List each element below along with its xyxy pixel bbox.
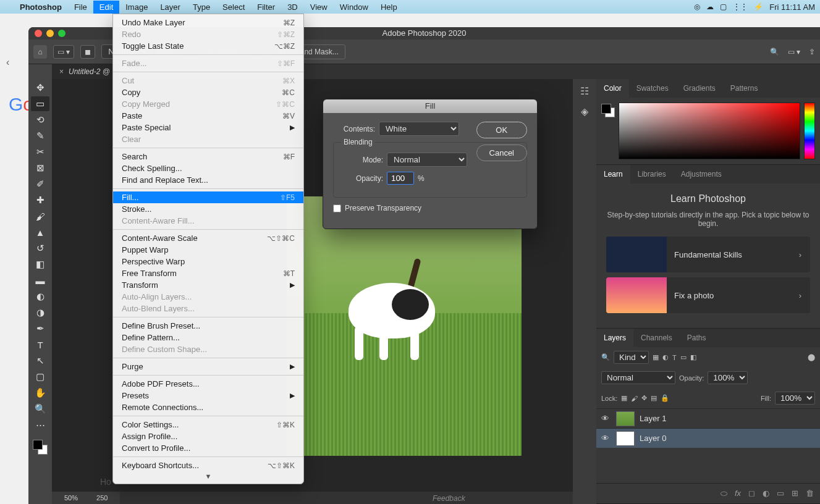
visibility-icon[interactable]: 👁 (601, 434, 611, 443)
learn-card-2[interactable]: Fix a photo › (606, 277, 810, 313)
filter-shape-icon[interactable]: ▭ (680, 353, 687, 361)
layer-opacity[interactable]: 100% (708, 371, 748, 384)
healing-tool[interactable]: ✚ (31, 193, 49, 208)
layer-blend-select[interactable]: Normal (601, 371, 675, 384)
menu-item[interactable]: Toggle Last State⌥⌘Z (113, 40, 303, 52)
lock-move-icon[interactable]: ✥ (641, 394, 647, 402)
menu-item[interactable]: Puppet Warp (113, 244, 303, 256)
mask-icon[interactable]: ◻ (748, 489, 755, 498)
trash-icon[interactable]: 🗑 (806, 489, 814, 498)
clock[interactable]: Fri 11:11 AM (769, 2, 815, 12)
tab-gradients[interactable]: Gradients (676, 79, 723, 98)
tab-learn[interactable]: Learn (596, 165, 630, 183)
menu-item[interactable]: Find and Replace Text... (113, 174, 303, 186)
menu-item[interactable]: Free Transform⌘T (113, 267, 303, 279)
mode-select[interactable]: Normal (387, 153, 467, 167)
adjustment-icon[interactable]: ◐ (763, 489, 769, 498)
tab-patterns[interactable]: Patterns (723, 79, 766, 98)
fx-icon[interactable]: fx (735, 489, 741, 498)
layer-kind-filter[interactable]: Kind (614, 351, 649, 364)
tab-color[interactable]: Color (596, 79, 629, 98)
zoom-level[interactable]: 50% (64, 494, 78, 502)
app-menu[interactable]: Photoshop (14, 1, 68, 14)
tab-adjustments[interactable]: Adjustments (674, 165, 729, 183)
menu-view[interactable]: View (304, 1, 334, 14)
type-tool[interactable]: T (31, 337, 49, 352)
brush-tool[interactable]: 🖌 (31, 209, 49, 224)
menu-item[interactable]: Check Spelling... (113, 162, 303, 174)
contents-select[interactable]: White (379, 122, 459, 136)
lock-paint-icon[interactable]: 🖌 (631, 395, 638, 402)
move-tool[interactable]: ✥ (31, 80, 49, 95)
lasso-tool[interactable]: ⟲ (31, 112, 49, 127)
tab-layers[interactable]: Layers (596, 329, 633, 347)
menu-item[interactable]: Content-Aware Scale⌥⇧⌘C (113, 232, 303, 244)
share-icon[interactable]: ⇪ (809, 48, 815, 56)
menu-item[interactable]: Convert to Profile... (113, 442, 303, 454)
filter-adjust-icon[interactable]: ◐ (662, 353, 669, 361)
menu-item[interactable]: Assign Profile... (113, 430, 303, 442)
menu-layer[interactable]: Layer (154, 1, 187, 14)
preserve-transparency-checkbox[interactable] (333, 204, 341, 212)
menu-file[interactable]: File (68, 1, 93, 14)
zoom-tool[interactable]: 🔍 (31, 401, 49, 416)
tab-paths[interactable]: Paths (680, 329, 714, 347)
menu-image[interactable]: Image (119, 1, 154, 14)
more-tools[interactable]: ⋯ (31, 418, 49, 432)
group-icon[interactable]: ▭ (777, 489, 784, 498)
tab-libraries[interactable]: Libraries (630, 165, 674, 183)
menu-edit[interactable]: Edit (93, 1, 119, 14)
menu-item[interactable]: Purge▶ (113, 361, 303, 372)
menu-item[interactable]: Adobe PDF Presets... (113, 378, 303, 390)
eraser-tool[interactable]: ◧ (31, 257, 49, 272)
layer-fill[interactable]: 100% (775, 392, 815, 405)
menu-type[interactable]: Type (187, 1, 216, 14)
rail-icon-2[interactable]: ◈ (581, 106, 588, 117)
menu-item[interactable]: Paste Special▶ (113, 122, 303, 133)
menu-item[interactable]: Undo Make Layer⌘Z (113, 17, 303, 28)
menu-item[interactable]: Fill...⇧F5 (113, 191, 303, 203)
lock-trans-icon[interactable]: ▦ (621, 394, 627, 402)
filter-toggle[interactable]: ⬤ (808, 353, 815, 361)
document-tab[interactable]: × Untitled-2 @ (52, 64, 118, 79)
link-layers-icon[interactable]: ⬭ (721, 489, 727, 498)
menu-expand[interactable]: ▼ (113, 471, 303, 481)
opacity-input[interactable] (387, 172, 414, 185)
menu-item[interactable]: Perspective Warp (113, 256, 303, 267)
menu-item[interactable]: Search⌘F (113, 151, 303, 162)
filter-smart-icon[interactable]: ◧ (690, 353, 696, 361)
path-select-tool[interactable]: ↖ (31, 353, 49, 368)
color-swatch[interactable] (33, 440, 48, 455)
frame-tool[interactable]: ⊠ (31, 161, 49, 175)
menu-item[interactable]: Define Pattern... (113, 332, 303, 343)
menu-item[interactable]: Define Brush Preset... (113, 320, 303, 332)
color-field[interactable] (619, 103, 800, 159)
video-icon[interactable]: ▢ (720, 2, 727, 11)
feedback-link[interactable]: Feedback (433, 494, 465, 503)
eyedropper-tool[interactable]: ✐ (31, 177, 49, 191)
tab-swatches[interactable]: Swatches (629, 79, 676, 98)
menu-3d[interactable]: 3D (281, 1, 304, 14)
dodge-tool[interactable]: ◑ (31, 305, 49, 320)
workspace-icon[interactable]: ▭ ▾ (788, 48, 800, 56)
shape-tool[interactable]: ▢ (31, 369, 49, 384)
lock-all-icon[interactable]: 🔒 (661, 394, 669, 402)
menu-item[interactable]: Stroke... (113, 203, 303, 215)
learn-card-1[interactable]: Fundamental Skills › (606, 237, 810, 272)
rail-icon-1[interactable]: ☷ (580, 85, 589, 97)
battery-icon[interactable]: ⚡ (754, 2, 763, 11)
lock-nest-icon[interactable]: ▤ (651, 394, 657, 402)
visibility-icon[interactable]: 👁 (601, 414, 611, 423)
menu-item[interactable]: Transform▶ (113, 279, 303, 291)
menu-item[interactable]: Keyboard Shortcuts...⌥⇧⌘K (113, 460, 303, 471)
menu-item[interactable]: Copy⌘C (113, 86, 303, 98)
gradient-tool[interactable]: ▬ (31, 273, 49, 288)
hue-strip[interactable] (804, 103, 815, 159)
layer-row[interactable]: 👁Layer 0 (596, 428, 820, 448)
tab-channels[interactable]: Channels (633, 329, 680, 347)
menu-select[interactable]: Select (216, 1, 251, 14)
history-brush-tool[interactable]: ↺ (31, 241, 49, 256)
cc-icon[interactable]: ◎ (694, 2, 700, 11)
menu-filter[interactable]: Filter (251, 1, 281, 14)
search-icon[interactable]: 🔍 (770, 48, 779, 56)
